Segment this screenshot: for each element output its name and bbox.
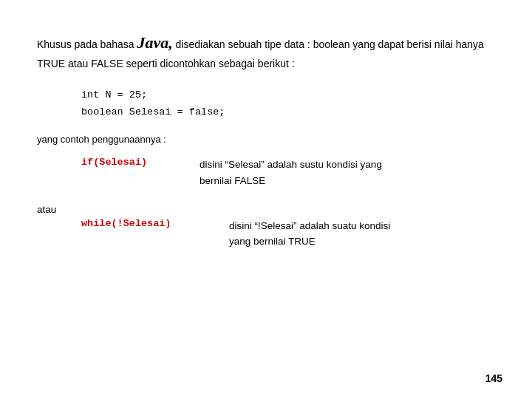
intro-paragraph: Khusus pada bahasa Java, disediakan sebu… xyxy=(37,30,495,72)
example2-desc-line2: yang bernilai TRUE xyxy=(229,236,316,247)
code-line-2: boolean Selesai = false; xyxy=(81,104,495,121)
example1-section: if(Selesai) disini “Selesai” adalah sust… xyxy=(81,157,495,188)
atau-label: atau xyxy=(37,204,495,215)
atau-section: atau while(!Selesai) disini “!Selesai” a… xyxy=(37,204,495,250)
example1-desc-line2: bernilai FALSE xyxy=(200,175,265,186)
example1-desc-line1: disini “Selesai” adalah sustu kondisi ya… xyxy=(200,159,382,170)
example2-keyword: while(!Selesai) xyxy=(81,218,229,229)
page-number: 145 xyxy=(485,372,502,384)
example2-description: disini “!Selesai” adalah suatu kondisi y… xyxy=(229,218,390,250)
page: Khusus pada bahasa Java, disediakan sebu… xyxy=(0,0,532,399)
example1-keyword: if(Selesai) xyxy=(81,157,200,168)
example2-desc-line1: disini “!Selesai” adalah suatu kondisi xyxy=(229,220,390,231)
usage-label: yang contoh penggunaannya : xyxy=(37,134,495,145)
intro-prefix: Khusus pada bahasa xyxy=(37,38,137,50)
java-title: Java, xyxy=(137,33,172,52)
example2-row: while(!Selesai) disini “!Selesai” adalah… xyxy=(81,218,495,250)
code-line-1: int N = 25; xyxy=(81,87,495,104)
example1-description: disini “Selesai” adalah sustu kondisi ya… xyxy=(200,157,382,188)
code-block: int N = 25; boolean Selesai = false; xyxy=(81,87,495,121)
